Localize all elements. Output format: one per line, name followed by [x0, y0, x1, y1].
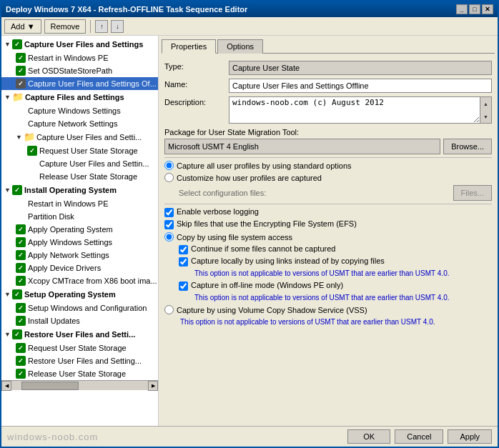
radio-copy-fs[interactable] — [164, 232, 174, 242]
item-label: Partition Disk — [28, 211, 74, 222]
tab-options[interactable]: Options — [217, 39, 263, 54]
radio-all-profiles[interactable] — [164, 161, 174, 170]
main-window: Deploy Windows 7 X64 - Refresh-OFFLINE T… — [0, 0, 499, 448]
tree-item-cap-win-settings[interactable]: Capture Windows Settings — [1, 104, 158, 117]
maximize-button[interactable]: □ — [469, 4, 480, 14]
package-input[interactable] — [164, 139, 440, 154]
description-label: Description: — [164, 96, 229, 106]
toolbar-icon-1[interactable]: ↑ — [95, 20, 108, 33]
apply-button[interactable]: Apply — [448, 429, 492, 444]
tree-item-set-osd[interactable]: ✓ Set OSDStateStorePath — [1, 64, 158, 77]
hscroll-right[interactable]: ▶ — [148, 381, 158, 391]
minimize-button[interactable]: _ — [456, 4, 468, 14]
section-check: ✓ — [12, 39, 22, 49]
expand-icon: ▼ — [4, 329, 11, 340]
subsection-capture-user[interactable]: ▼ 📁 Capture User Files and Setti... — [1, 130, 158, 144]
section-capture-files[interactable]: ▼ 📁 Capture Files and Settings — [1, 90, 158, 104]
tree-item-restart-pe2[interactable]: Restart in Windows PE — [1, 197, 158, 210]
tree-item-restart-1[interactable]: ✓ Restart in Windows PE — [1, 51, 158, 64]
hscroll-thumb[interactable] — [21, 382, 79, 390]
toolbar: Add ▼ Remove ↑ ↓ — [1, 17, 498, 36]
verbose-logging-check[interactable] — [164, 208, 174, 217]
radio-customize-row: Customize how user profiles are captured — [164, 173, 492, 182]
tree-item-xcopy[interactable]: ✓ Xcopy CMTrace from X86 boot ima... — [1, 274, 158, 287]
hscroll-left[interactable]: ◀ — [1, 381, 11, 391]
expand-icon: ▼ — [4, 289, 11, 300]
item-label: Capture User Files and Settin... — [39, 158, 149, 169]
check-icon: ✓ — [16, 79, 26, 89]
tree-item-apply-os[interactable]: ✓ Apply Operating System — [1, 223, 158, 236]
section-label: Capture Files and Settings — [25, 91, 124, 103]
expand-icon: ▼ — [4, 39, 11, 50]
tree-item-release-state1[interactable]: Release User State Storage — [1, 170, 158, 183]
skip-efs-check[interactable] — [164, 220, 174, 229]
tree-item-apply-win[interactable]: ✓ Apply Windows Settings — [1, 236, 158, 249]
description-input[interactable] — [229, 96, 480, 124]
tree-item-request-state[interactable]: ✓ Request User State Storage — [1, 144, 158, 157]
check-icon: ✓ — [16, 356, 26, 366]
item-label: Capture Network Settings — [28, 118, 117, 129]
check-icon: ✓ — [16, 237, 26, 247]
remove-button[interactable]: Remove — [44, 19, 87, 34]
tree-item-setup-win[interactable]: ✓ Setup Windows and Configuration — [1, 302, 158, 314]
continue-files-check[interactable] — [179, 245, 188, 254]
section-check: ✓ — [12, 289, 22, 299]
expand-icon: ▼ — [4, 91, 11, 103]
item-label: Restart in Windows PE — [28, 52, 108, 64]
tree-item-release-state2[interactable]: ✓ Release User State Storage — [1, 367, 158, 380]
note-vss: This option is not applicable to version… — [164, 317, 492, 327]
title-bar-buttons: _ □ ✕ — [456, 4, 493, 14]
capture-links-check[interactable] — [179, 257, 188, 267]
verbose-logging-label: Enable verbose logging — [177, 207, 259, 216]
radio-customize-label: Customize how user profiles are captured — [177, 174, 322, 182]
radio-customize[interactable] — [164, 173, 174, 182]
radio-vss[interactable] — [164, 305, 174, 314]
capture-offline-check[interactable] — [179, 282, 188, 291]
item-label: Apply Network Settings — [28, 249, 109, 261]
close-button[interactable]: ✕ — [482, 4, 493, 14]
type-input[interactable] — [229, 61, 492, 75]
tree-item-request-state2[interactable]: ✓ Request User State Storage — [1, 342, 158, 354]
check-icon: ✓ — [16, 53, 26, 63]
radio-vss-label: Capture by using Volume Copy Shadow Serv… — [177, 306, 367, 314]
item-label: Apply Device Drivers — [28, 262, 101, 274]
item-label: Install Updates — [28, 315, 80, 327]
toolbar-icon-2[interactable]: ↓ — [111, 20, 124, 33]
tree-item-apply-drivers[interactable]: ✓ Apply Device Drivers — [1, 262, 158, 274]
section-restore-user[interactable]: ▼ ✓ Restore User Files and Setti... — [1, 327, 158, 342]
scroll-up[interactable]: ▲ — [480, 97, 491, 110]
item-label: Restore User Files and Setting... — [28, 355, 142, 367]
tree-item-partition-disk[interactable]: Partition Disk — [1, 210, 158, 223]
section-capture-user-files[interactable]: ▼ ✓ Capture User Files and Settings — [1, 37, 158, 51]
tree-hscroll[interactable]: ◀ ▶ — [1, 380, 158, 390]
files-button[interactable]: Files... — [453, 185, 492, 201]
name-input[interactable] — [229, 79, 492, 93]
tree-item-capture-user2[interactable]: Capture User Files and Settin... — [1, 157, 158, 170]
note-offline: This option is not applicable to version… — [179, 293, 492, 302]
item-label: Capture User Files and Settings Of... — [28, 78, 157, 89]
tab-bar: Properties Options — [162, 39, 495, 54]
item-label: Capture Windows Settings — [28, 105, 121, 116]
browse-button[interactable]: Browse... — [443, 139, 492, 154]
folder-icon: 📁 — [12, 91, 24, 103]
check-icon: ✓ — [16, 303, 26, 313]
ok-button[interactable]: OK — [347, 429, 390, 444]
check-icon: ✓ — [27, 146, 37, 156]
check-icon: ✓ — [16, 276, 26, 286]
tree-item-restore-user[interactable]: ✓ Restore User Files and Setting... — [1, 354, 158, 367]
check-icon: ✓ — [16, 343, 26, 353]
scroll-down[interactable]: ▼ — [480, 110, 491, 123]
section-install-os[interactable]: ▼ ✓ Install Operating System — [1, 183, 158, 197]
section-setup-os[interactable]: ▼ ✓ Setup Operating System — [1, 287, 158, 302]
tab-properties[interactable]: Properties — [162, 39, 216, 54]
section-check: ✓ — [12, 329, 22, 339]
check-icon: ✓ — [16, 224, 26, 234]
tree-item-apply-net[interactable]: ✓ Apply Network Settings — [1, 249, 158, 262]
tree-item-capture-user-offline[interactable]: ✓ Capture User Files and Settings Of... — [1, 77, 158, 90]
cancel-button[interactable]: Cancel — [395, 429, 443, 444]
subsection-label: Capture User Files and Setti... — [36, 131, 142, 143]
add-button[interactable]: Add ▼ — [4, 19, 41, 34]
radio-copy-fs-row: Copy by using file system access — [164, 232, 492, 242]
tree-item-cap-net-settings[interactable]: Capture Network Settings — [1, 117, 158, 130]
tree-item-install-updates[interactable]: ✓ Install Updates — [1, 314, 158, 327]
